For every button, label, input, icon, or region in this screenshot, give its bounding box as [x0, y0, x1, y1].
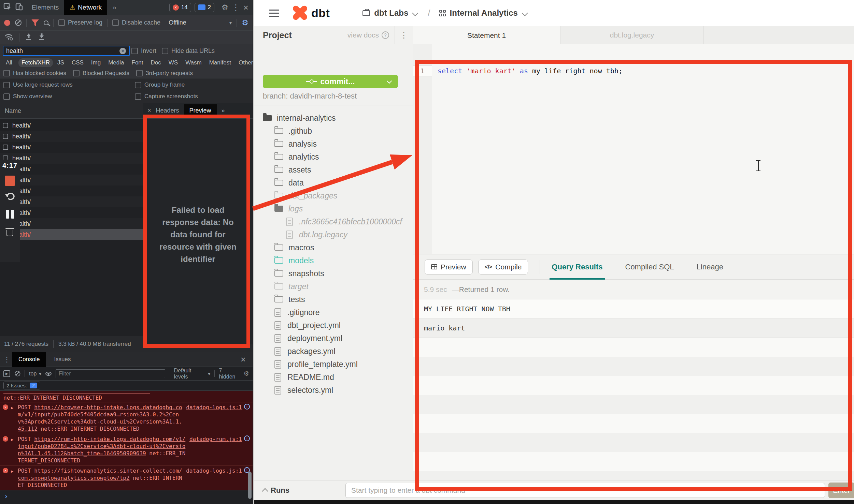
- inspect-icon[interactable]: [3, 3, 12, 12]
- expand-caret-icon[interactable]: ▶: [11, 404, 15, 432]
- request-type-pill[interactable]: Wasm: [182, 58, 205, 67]
- device-toolbar-icon[interactable]: [15, 3, 23, 12]
- request-type-pill[interactable]: All: [3, 58, 15, 67]
- view-docs-link[interactable]: view docs ?: [347, 31, 389, 39]
- kebab-menu-icon[interactable]: ⋮: [232, 3, 240, 12]
- invert-checkbox[interactable]: Invert: [131, 47, 156, 55]
- console-sidebar-icon[interactable]: ▶: [3, 370, 10, 377]
- tree-item--gitignore[interactable]: .gitignore: [254, 306, 413, 319]
- search-icon[interactable]: [44, 20, 48, 25]
- sql-editor[interactable]: 1 select 'mario kart' as my_life_right_n…: [413, 44, 854, 254]
- has-blocked-cookies-checkbox[interactable]: Has blocked cookies: [3, 70, 66, 77]
- blocked-requests-checkbox[interactable]: Blocked Requests: [73, 70, 129, 77]
- network-request-row[interactable]: health/: [0, 218, 143, 229]
- tree-item-dbt-project-yml[interactable]: dbt_project.yml: [254, 319, 413, 332]
- sidebar-kebab-icon[interactable]: ⋮: [395, 26, 408, 44]
- close-pane-icon[interactable]: ×: [147, 107, 151, 114]
- network-request-row[interactable]: health/: [0, 120, 143, 131]
- settings-gear-icon[interactable]: ⚙: [222, 4, 228, 11]
- tab-lineage[interactable]: Lineage: [697, 254, 723, 280]
- network-request-row[interactable]: health/: [0, 207, 143, 218]
- request-type-pill[interactable]: JS: [54, 58, 67, 67]
- network-request-row[interactable]: health/: [0, 164, 143, 175]
- request-type-pill[interactable]: Font: [129, 58, 146, 67]
- live-expression-eye-icon[interactable]: [45, 372, 52, 376]
- expand-caret-icon[interactable]: ▶: [11, 436, 15, 464]
- error-count-badge[interactable]: ×14: [169, 3, 191, 12]
- more-tabs-button[interactable]: »: [107, 0, 122, 15]
- runs-toggle[interactable]: Runs: [263, 486, 289, 495]
- tab-headers[interactable]: Headers: [156, 107, 179, 114]
- trash-icon[interactable]: [5, 228, 14, 237]
- request-type-pill[interactable]: CSS: [69, 58, 87, 67]
- use-large-rows-checkbox[interactable]: Use large request rows: [3, 81, 135, 88]
- network-conditions-gear-icon[interactable]: ⚙: [242, 19, 248, 27]
- tab-compiled-sql[interactable]: Compiled SQL: [625, 254, 674, 280]
- tab-elements[interactable]: Elements: [26, 0, 64, 15]
- request-type-pill[interactable]: Manifest: [206, 58, 234, 67]
- tree-item-selectors-yml[interactable]: selectors.yml: [254, 384, 413, 397]
- close-console-icon[interactable]: ×: [241, 355, 249, 364]
- tree-item-data[interactable]: data: [254, 176, 413, 189]
- more-tabs-icon[interactable]: »: [222, 107, 225, 114]
- group-by-frame-checkbox[interactable]: Group by frame: [135, 81, 249, 88]
- tree-item--nfc3665c416bfecb1000000cf[interactable]: .nfc3665c416bfecb1000000cf: [254, 215, 413, 228]
- network-request-row[interactable]: health/: [0, 131, 143, 142]
- tab-console[interactable]: Console: [12, 352, 46, 367]
- network-request-row[interactable]: health/: [0, 153, 143, 164]
- info-icon[interactable]: i: [244, 404, 250, 410]
- clear-console-icon[interactable]: [15, 371, 20, 376]
- commit-dropdown[interactable]: [380, 75, 398, 88]
- account-switcher[interactable]: dbt Labs: [362, 8, 417, 18]
- network-request-row[interactable]: health/: [0, 142, 143, 153]
- tree-item-snapshots[interactable]: snapshots: [254, 267, 413, 280]
- network-filter-input[interactable]: [3, 46, 130, 56]
- console-prompt[interactable]: ›: [0, 490, 253, 502]
- tree-item-internal-analytics[interactable]: internal-analytics: [254, 112, 413, 124]
- request-type-pill[interactable]: Media: [105, 58, 127, 67]
- tree-item-macros[interactable]: macros: [254, 241, 413, 254]
- info-icon[interactable]: i: [244, 435, 250, 441]
- dbt-command-input[interactable]: [345, 483, 825, 498]
- export-har-icon[interactable]: [38, 33, 45, 42]
- tab-issues[interactable]: Issues: [48, 352, 77, 367]
- hamburger-menu-icon[interactable]: [269, 10, 279, 17]
- network-request-row[interactable]: health/: [0, 196, 143, 207]
- hide-data-urls-checkbox[interactable]: Hide data URLs: [162, 47, 215, 55]
- disable-cache-checkbox[interactable]: Disable cache: [112, 19, 160, 26]
- tree-item-deployment-yml[interactable]: deployment.yml: [254, 332, 413, 345]
- throttling-select[interactable]: Offline▾: [169, 19, 232, 26]
- tree-item-tests[interactable]: tests: [254, 293, 413, 306]
- console-filter-input[interactable]: [56, 369, 165, 378]
- tree-item-analysis[interactable]: analysis: [254, 137, 413, 150]
- close-devtools-icon[interactable]: ×: [243, 3, 248, 12]
- request-type-pill[interactable]: Img: [88, 58, 104, 67]
- capture-screenshots-checkbox[interactable]: Capture screenshots: [135, 93, 249, 100]
- tree-item-logs[interactable]: logs: [254, 202, 413, 215]
- tree-item-packages-yml[interactable]: packages.yml: [254, 345, 413, 358]
- network-request-row[interactable]: health/: [0, 186, 143, 196]
- console-settings-gear-icon[interactable]: ⚙: [243, 370, 249, 377]
- source-link[interactable]: datadog-rum.js:1: [189, 435, 242, 443]
- tree-item-readme-md[interactable]: README.md: [254, 371, 413, 384]
- request-type-pill[interactable]: Fetch/XHR: [18, 58, 53, 67]
- issues-chip[interactable]: 2 Issues: 2: [3, 382, 40, 389]
- compile-button[interactable]: </>Compile: [478, 260, 528, 275]
- tree-item-profile-template-yml[interactable]: profile_template.yml: [254, 358, 413, 371]
- restart-recording-icon[interactable]: [4, 191, 15, 202]
- tree-item-models[interactable]: models: [254, 254, 413, 267]
- editor-tab-dbt-log-legacy[interactable]: dbt.log.legacy: [560, 26, 704, 44]
- stop-recording-button[interactable]: [5, 176, 15, 186]
- source-link[interactable]: datadog-logs.js:1: [186, 467, 242, 474]
- preserve-log-checkbox[interactable]: Preserve log: [58, 19, 102, 26]
- commit-button[interactable]: commit...: [263, 75, 398, 88]
- show-overview-checkbox[interactable]: Show overview: [3, 93, 135, 100]
- request-type-pill[interactable]: WS: [166, 58, 181, 67]
- clear-filter-icon[interactable]: ×: [119, 48, 126, 54]
- console-scrollbar[interactable]: [248, 472, 252, 499]
- tree-item-dbt-packages[interactable]: dbt_packages: [254, 189, 413, 202]
- request-type-pill[interactable]: Doc: [148, 58, 164, 67]
- tree-item-assets[interactable]: assets: [254, 163, 413, 176]
- tab-preview[interactable]: Preview: [184, 104, 217, 117]
- tree-item-dbt-log-legacy[interactable]: dbt.log.legacy: [254, 228, 413, 241]
